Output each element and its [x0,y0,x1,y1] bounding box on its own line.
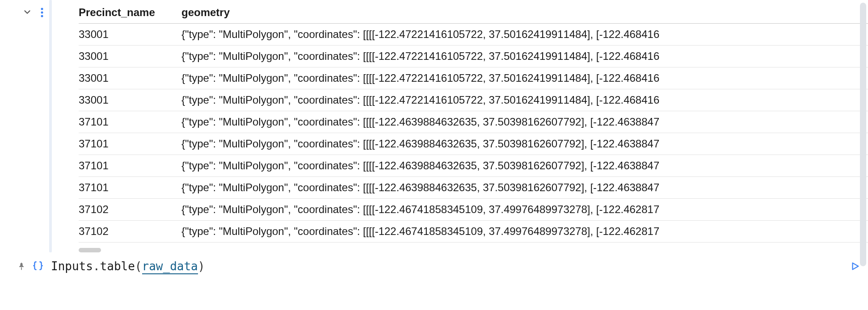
vertical-scrollbar[interactable] [860,3,866,266]
horizontal-scrollbar[interactable] [79,248,868,252]
horizontal-scrollbar-thumb[interactable] [79,248,101,252]
cell-geometry: {"type": "MultiPolygon", "coordinates": … [181,24,868,46]
cell-geometry: {"type": "MultiPolygon", "coordinates": … [181,221,868,243]
table-body: 33001{"type": "MultiPolygon", "coordinat… [79,24,868,243]
svg-point-1 [41,12,43,14]
cell-precinct: 37101 [79,111,181,133]
cell-precinct: 33001 [79,46,181,67]
cell-precinct: 37101 [79,133,181,155]
braces-icon[interactable] [32,260,44,272]
code-dot: . [93,260,100,273]
table-row[interactable]: 37101{"type": "MultiPolygon", "coordinat… [79,177,868,199]
svg-point-0 [41,8,43,10]
column-header-precinct[interactable]: Precinct_name [79,3,181,24]
cell-geometry: {"type": "MultiPolygon", "coordinates": … [181,177,868,199]
code-open-paren: ( [135,260,142,273]
cell-geometry: {"type": "MultiPolygon", "coordinates": … [181,155,868,177]
table-row[interactable]: 33001{"type": "MultiPolygon", "coordinat… [79,46,868,67]
collapse-chevron-icon[interactable] [22,7,32,17]
table-row[interactable]: 33001{"type": "MultiPolygon", "coordinat… [79,89,868,111]
table-output: Precinct_name geometry 33001{"type": "Mu… [56,0,868,252]
table-row[interactable]: 37101{"type": "MultiPolygon", "coordinat… [79,133,868,155]
code-gutter [0,260,49,272]
cell-geometry: {"type": "MultiPolygon", "coordinates": … [181,199,868,221]
cell-geometry: {"type": "MultiPolygon", "coordinates": … [181,46,868,67]
cell-geometry: {"type": "MultiPolygon", "coordinates": … [181,67,868,89]
output-cell: Precinct_name geometry 33001{"type": "Mu… [0,0,868,252]
table-row[interactable]: 33001{"type": "MultiPolygon", "coordinat… [79,67,868,89]
cell-precinct: 33001 [79,89,181,111]
code-method: table [100,260,135,273]
table-row[interactable]: 37101{"type": "MultiPolygon", "coordinat… [79,111,868,133]
table-row[interactable]: 33001{"type": "MultiPolygon", "coordinat… [79,24,868,46]
cell-geometry: {"type": "MultiPolygon", "coordinates": … [181,133,868,155]
code-variable[interactable]: raw_data [142,260,198,274]
table-row[interactable]: 37102{"type": "MultiPolygon", "coordinat… [79,221,868,243]
pin-icon[interactable] [17,261,26,272]
data-table: Precinct_name geometry 33001{"type": "Mu… [79,3,868,243]
svg-marker-3 [853,263,859,270]
code-cell[interactable]: Inputs.table(raw_data) [0,260,868,273]
cell-precinct: 37102 [79,221,181,243]
cell-precinct: 33001 [79,67,181,89]
table-row[interactable]: 37101{"type": "MultiPolygon", "coordinat… [79,155,868,177]
cell-precinct: 37102 [79,199,181,221]
cell-indicator-bar[interactable] [49,0,52,252]
table-header-row: Precinct_name geometry [79,3,868,24]
code-close-paren: ) [198,260,205,273]
cell-geometry: {"type": "MultiPolygon", "coordinates": … [181,111,868,133]
cell-geometry: {"type": "MultiPolygon", "coordinates": … [181,89,868,111]
more-vertical-icon[interactable] [40,7,44,18]
code-identifier: Inputs [51,260,93,273]
code-line[interactable]: Inputs.table(raw_data) [49,260,850,273]
column-header-geometry[interactable]: geometry [181,3,868,24]
svg-point-2 [41,15,43,17]
cell-precinct: 37101 [79,155,181,177]
table-row[interactable]: 37102{"type": "MultiPolygon", "coordinat… [79,199,868,221]
cell-precinct: 33001 [79,24,181,46]
output-gutter [0,0,49,252]
cell-precinct: 37101 [79,177,181,199]
run-play-icon[interactable] [850,260,860,272]
